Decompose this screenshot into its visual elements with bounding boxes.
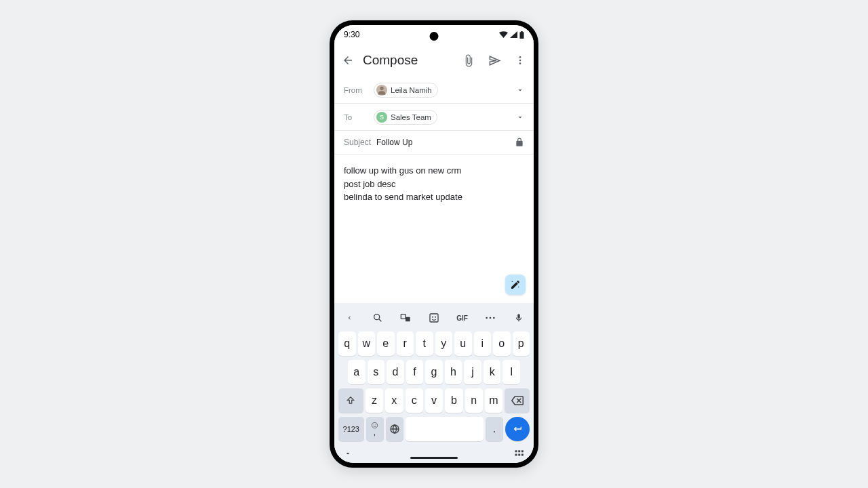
keyboard-settings-icon[interactable] (515, 449, 524, 458)
symbols-key[interactable]: ?123 (338, 417, 364, 441)
subject-field[interactable]: Subject Follow Up (334, 131, 534, 155)
svg-point-10 (432, 317, 433, 318)
key-w[interactable]: w (358, 331, 376, 356)
to-avatar: S (376, 112, 387, 123)
more-icon[interactable] (482, 310, 498, 326)
attach-button[interactable] (462, 54, 475, 67)
keyboard: GIF qwertyuiop asdfghjkl zxcvbnm ?123 , (334, 303, 534, 463)
key-o[interactable]: o (493, 331, 511, 356)
sticker-icon[interactable] (426, 310, 442, 326)
to-label: To (344, 113, 374, 121)
svg-rect-23 (518, 454, 520, 456)
svg-rect-21 (521, 450, 524, 452)
period-key[interactable]: . (486, 417, 503, 441)
camera-dot (430, 32, 439, 41)
to-expand[interactable] (516, 113, 524, 121)
screen: 9:30 Compose (334, 25, 534, 463)
phone-frame: 9:30 Compose (330, 20, 538, 468)
key-b[interactable]: b (445, 388, 462, 413)
key-h[interactable]: h (445, 360, 462, 384)
svg-point-4 (512, 281, 513, 282)
more-button[interactable] (513, 54, 527, 67)
keyboard-keys: qwertyuiop asdfghjkl zxcvbnm ?123 , . (337, 330, 531, 447)
back-button[interactable] (341, 54, 355, 67)
svg-point-12 (486, 317, 488, 319)
subject-label: Subject (344, 138, 371, 147)
svg-point-14 (493, 317, 495, 319)
lock-icon[interactable] (515, 138, 524, 147)
key-i[interactable]: i (474, 331, 492, 356)
key-e[interactable]: e (377, 331, 395, 356)
key-c[interactable]: c (406, 388, 423, 413)
from-field[interactable]: From Leila Namih (334, 77, 534, 104)
globe-key[interactable] (386, 417, 403, 441)
key-d[interactable]: d (387, 360, 404, 384)
collapse-keyboard-icon[interactable] (344, 449, 352, 458)
space-key[interactable] (406, 417, 484, 441)
mic-icon[interactable] (511, 310, 527, 326)
key-t[interactable]: t (416, 331, 433, 356)
to-chip[interactable]: S Sales Team (374, 110, 437, 125)
home-indicator[interactable] (410, 457, 458, 459)
svg-point-11 (435, 317, 436, 318)
key-x[interactable]: x (385, 388, 403, 413)
keyboard-toolbar: GIF (337, 306, 531, 330)
svg-rect-20 (518, 450, 520, 452)
svg-point-6 (374, 314, 379, 320)
gif-button[interactable]: GIF (454, 310, 471, 326)
backspace-key[interactable] (505, 388, 530, 413)
key-p[interactable]: p (513, 331, 530, 356)
key-a[interactable]: a (348, 360, 366, 384)
svg-rect-24 (521, 454, 524, 456)
key-m[interactable]: m (485, 388, 502, 413)
key-u[interactable]: u (454, 331, 472, 356)
to-field[interactable]: To S Sales Team (334, 104, 534, 131)
key-q[interactable]: q (338, 331, 356, 356)
key-g[interactable]: g (425, 360, 443, 384)
key-z[interactable]: z (366, 388, 383, 413)
svg-point-16 (374, 424, 374, 425)
signal-icon (510, 31, 517, 38)
key-y[interactable]: y (435, 331, 453, 356)
status-icons (499, 31, 524, 39)
app-bar: Compose (334, 44, 534, 77)
key-j[interactable]: j (464, 360, 481, 384)
kb-back-icon[interactable] (341, 310, 357, 326)
key-s[interactable]: s (368, 360, 385, 384)
ai-compose-button[interactable] (505, 274, 526, 295)
svg-rect-7 (401, 314, 406, 319)
key-r[interactable]: r (397, 331, 414, 356)
send-button[interactable] (488, 54, 501, 67)
body-line: follow up with gus on new crm (344, 164, 524, 178)
key-v[interactable]: v (425, 388, 443, 413)
status-time: 9:30 (344, 30, 359, 39)
subject-value: Follow Up (376, 138, 412, 147)
enter-key[interactable] (505, 417, 530, 441)
key-n[interactable]: n (465, 388, 483, 413)
shift-key[interactable] (338, 388, 363, 413)
battery-icon (519, 31, 524, 39)
from-expand[interactable] (516, 86, 524, 94)
wifi-icon (499, 31, 508, 38)
email-body[interactable]: follow up with gus on new crm post job d… (334, 155, 534, 303)
translate-icon[interactable] (397, 310, 414, 326)
from-chip[interactable]: Leila Namih (374, 83, 438, 98)
svg-point-13 (490, 317, 492, 319)
body-line: belinda to send market update (344, 190, 524, 204)
search-icon[interactable] (370, 310, 386, 326)
svg-rect-9 (430, 314, 438, 322)
from-label: From (344, 86, 374, 94)
svg-point-5 (518, 287, 519, 287)
svg-rect-19 (515, 450, 517, 452)
svg-rect-22 (515, 454, 517, 456)
svg-point-2 (519, 62, 521, 64)
comma-key[interactable]: , (366, 417, 384, 441)
key-l[interactable]: l (502, 360, 520, 384)
keyboard-bottom-bar (337, 447, 531, 463)
body-line: post job desc (344, 178, 524, 191)
from-name: Leila Namih (391, 86, 432, 94)
svg-point-0 (519, 56, 521, 58)
key-f[interactable]: f (406, 360, 424, 384)
svg-point-1 (519, 60, 521, 62)
key-k[interactable]: k (484, 360, 501, 384)
